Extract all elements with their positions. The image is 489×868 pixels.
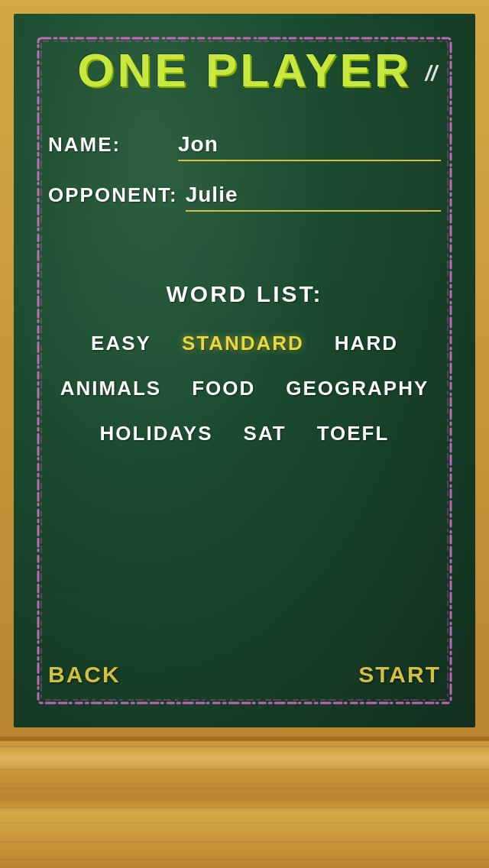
name-label: NAME: [48, 133, 170, 157]
option-sat[interactable]: SAT [244, 422, 287, 445]
word-list-row-1: EASY STANDARD HARD [14, 332, 475, 355]
page-title: ONE PLAYER [14, 43, 475, 97]
option-food[interactable]: FOOD [192, 377, 255, 400]
name-row: NAME: Jon [48, 132, 441, 161]
option-animals[interactable]: ANIMALS [60, 377, 161, 400]
option-easy[interactable]: EASY [91, 332, 151, 355]
word-list-row-3: HOLIDAYS SAT TOEFL [14, 422, 475, 445]
word-list-section: WORD LIST: EASY STANDARD HARD ANIMALS FO… [14, 281, 475, 467]
option-holidays[interactable]: HOLIDAYS [100, 422, 213, 445]
wood-grain-texture [0, 730, 489, 868]
opponent-row: OPPONENT: Julie [48, 183, 441, 212]
start-button[interactable]: START [358, 662, 441, 688]
bottom-buttons: BACK START [48, 662, 441, 688]
form-area: NAME: Jon OPPONENT: Julie [48, 132, 441, 233]
chalk-marks-decoration: // [425, 61, 437, 86]
chalkboard: ONE PLAYER // NAME: Jon OPPONENT: Julie … [14, 14, 475, 727]
option-geography[interactable]: GEOGRAPHY [286, 377, 429, 400]
option-hard[interactable]: HARD [335, 332, 398, 355]
name-value[interactable]: Jon [178, 132, 441, 161]
option-toefl[interactable]: TOEFL [317, 422, 390, 445]
opponent-value[interactable]: Julie [186, 183, 441, 212]
back-button[interactable]: BACK [48, 662, 121, 688]
word-list-row-2: ANIMALS FOOD GEOGRAPHY [14, 377, 475, 400]
word-list-title: WORD LIST: [14, 281, 475, 307]
option-standard[interactable]: STANDARD [182, 332, 304, 355]
opponent-label: OPPONENT: [48, 183, 178, 207]
wood-shelf [0, 730, 489, 868]
